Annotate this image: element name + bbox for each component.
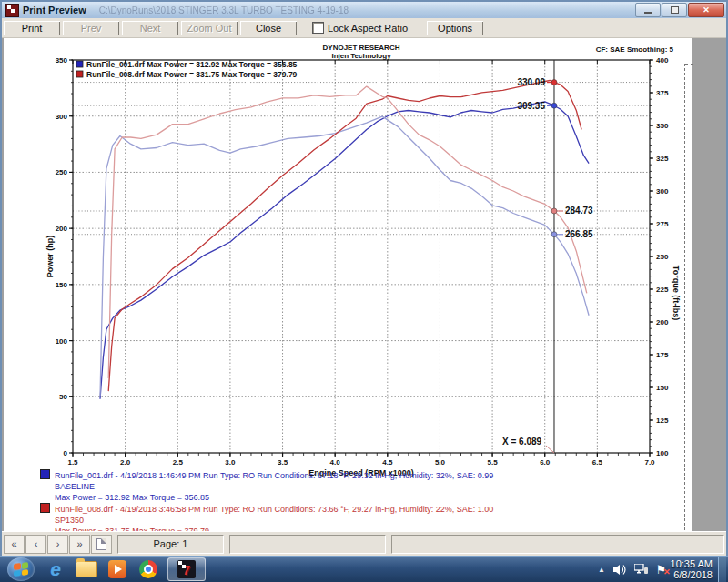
cursor-value-dot [551, 103, 557, 108]
run-info-name: BASELINE [55, 481, 493, 492]
desktop: Print Preview C:\DynoRuns\2018 STINGER 3… [0, 0, 728, 582]
x-tick-label: 6.5 [592, 458, 603, 467]
window-title: Print Preview [23, 5, 86, 15]
power-tick-label: 150 [56, 281, 68, 289]
x-tick-label: 1.5 [67, 458, 78, 467]
x-tick-label: 7.0 [644, 458, 655, 467]
run-info-max: Max Power = 312.92 Max Torque = 356.85 [55, 492, 493, 503]
power-tick-label: 0 [64, 449, 68, 457]
prev-page-button[interactable]: ‹ [25, 535, 46, 554]
torque_runfile_001-curve [100, 116, 589, 396]
power-tick-label: 350 [56, 56, 68, 65]
run-info-baseline: RunFile_001.drf - 4/19/2018 1:46:49 PM R… [40, 469, 493, 503]
taskbar-clock[interactable]: 10:35 AM 6/8/2018 [671, 558, 713, 580]
cursor-value-dot [551, 80, 557, 85]
restore-button[interactable] [662, 3, 687, 17]
power-tick-label: 300 [56, 113, 68, 121]
torque-tick-label: 200 [656, 318, 669, 326]
torque-tick-label: 150 [656, 384, 669, 392]
minimize-icon [644, 12, 652, 14]
torque-tick-label: 325 [656, 155, 669, 163]
page-setup-button[interactable] [91, 535, 112, 554]
zoom-out-button[interactable]: Zoom Out [181, 21, 238, 35]
show-desktop-button[interactable] [718, 557, 726, 582]
network-icon[interactable] [634, 564, 648, 576]
taskbar-item-file-explorer[interactable] [71, 557, 102, 581]
x-tick-label: 3.0 [225, 458, 236, 467]
preview-area: DYNOJET RESEARCH Injen Technology CF: SA… [2, 38, 726, 531]
print-margin-line [684, 64, 685, 531]
dyno-chart: 1.52.02.53.03.54.04.55.05.56.06.57.00501… [4, 38, 692, 531]
torque-tick-label: 300 [656, 187, 669, 196]
taskbar-item-dynojet-winpep-active[interactable]: 7 [167, 557, 206, 581]
lock-aspect-ratio-checkbox[interactable] [312, 22, 324, 34]
run-color-swatch [40, 469, 50, 479]
dynojet-app-icon [5, 4, 19, 17]
torque-axis-title: Torque (ft-lbs) [672, 266, 681, 320]
torque-tick-label: 250 [656, 253, 669, 261]
x-tick-label: 4.5 [382, 458, 393, 467]
restore-icon [671, 6, 679, 14]
action-center-icon[interactable]: ⚑✕ [656, 564, 667, 576]
prev-button[interactable]: Prev [63, 21, 119, 35]
titlebar[interactable]: Print Preview C:\DynoRuns\2018 STINGER 3… [2, 2, 726, 18]
close-icon: ✕ [703, 5, 710, 15]
x-tick-label: 2.5 [173, 458, 184, 467]
first-page-button[interactable]: « [4, 535, 25, 554]
cursor-x-label: X = 6.089 [502, 436, 542, 447]
run-color-swatch [40, 503, 50, 513]
preview-page: DYNOJET RESEARCH Injen Technology CF: SA… [4, 38, 692, 531]
power-tick-label: 250 [56, 168, 68, 176]
close-window-button[interactable]: ✕ [688, 3, 724, 17]
volume-icon[interactable] [613, 564, 626, 576]
cursor-value-label: 284.73 [565, 206, 593, 216]
legend-entry: RunFile_001.drf Max Power = 312.92 Max T… [86, 60, 298, 69]
taskbar: e 7 ▲ ⚑✕ 10:35 AM 6/8/2018 [0, 556, 728, 582]
background-window-title: C:\DynoRuns\2018 STINGER 3.3L TURBO TEST… [99, 5, 635, 15]
print-button[interactable]: Print [4, 21, 60, 35]
cursor-x-leader [546, 446, 554, 453]
power-tick-label: 50 [59, 393, 67, 401]
taskbar-item-chrome[interactable] [133, 557, 164, 581]
x-tick-label: 2.0 [120, 458, 131, 467]
next-button[interactable]: Next [122, 21, 178, 35]
toolbar: Print Prev Next Zoom Out Close Lock Aspe… [2, 18, 726, 38]
lock-aspect-ratio-control: Lock Aspect Ratio [312, 22, 408, 34]
clock-date: 6/8/2018 [671, 569, 713, 580]
taskbar-item-media-player[interactable] [102, 557, 133, 581]
options-button[interactable]: Options [427, 21, 483, 35]
torque-tick-label: 375 [656, 89, 669, 97]
x-tick-label: 5.5 [488, 458, 499, 467]
x-tick-label: 5.0 [435, 458, 446, 467]
last-page-button[interactable]: » [69, 535, 90, 554]
start-button[interactable] [7, 557, 35, 581]
system-tray: ▲ ⚑✕ [598, 564, 667, 576]
dynojet-winpep-icon: 7 [177, 560, 196, 578]
torque-tick-label: 275 [656, 220, 669, 228]
run-info-max: Max Power = 331.75 Max Torque = 379.79 [55, 526, 493, 531]
run-info-name: SP1350 [55, 515, 493, 526]
next-page-button[interactable]: › [47, 535, 68, 554]
clock-time: 10:35 AM [671, 558, 713, 569]
close-button[interactable]: Close [240, 21, 297, 35]
run-info-line: RunFile_001.drf - 4/19/2018 1:46:49 PM R… [55, 471, 493, 480]
page-icon [96, 538, 106, 550]
minimize-button[interactable] [635, 3, 661, 17]
taskbar-item-internet-explorer[interactable]: e [40, 557, 71, 581]
status-section [229, 535, 386, 554]
page-indicator: Page: 1 [117, 535, 224, 554]
torque-tick-label: 350 [656, 122, 669, 130]
run-info-sp1350: RunFile_008.drf - 4/19/2018 3:46:58 PM R… [40, 503, 493, 531]
x-tick-label: 3.5 [278, 458, 288, 467]
hidden-icons-button[interactable]: ▲ [598, 566, 605, 574]
folder-icon [76, 561, 97, 577]
chrome-icon [139, 560, 157, 578]
torque_runfile_008-curve [108, 86, 587, 378]
torque-tick-label: 225 [656, 286, 669, 294]
x-tick-label: 4.0 [330, 458, 341, 467]
status-section [391, 535, 724, 554]
legend-swatch [76, 71, 83, 77]
x-tick-label: 6.0 [540, 458, 551, 467]
cursor-value-label: 330.09 [517, 77, 545, 87]
cursor-value-label: 309.35 [517, 101, 545, 111]
